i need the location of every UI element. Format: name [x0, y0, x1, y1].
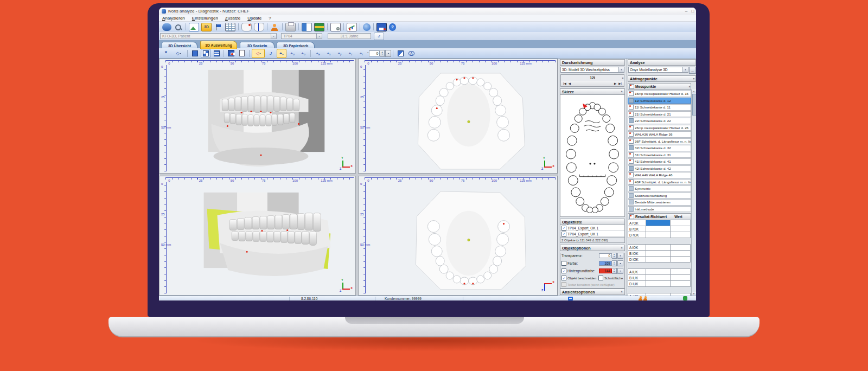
richtwert-cell[interactable] — [646, 280, 671, 287]
status-blue-icon[interactable] — [568, 297, 573, 300]
table-icon[interactable] — [225, 23, 235, 31]
abfragepunkte-header[interactable]: Abfragepunkte « — [628, 75, 696, 82]
rotation-angle-spinner[interactable]: ▲▼ — [380, 50, 385, 57]
checkbox-checked[interactable]: ✓ — [561, 226, 566, 231]
restore-button[interactable]: □ — [690, 8, 696, 14]
add-point-zero-button[interactable]: +o — [288, 49, 297, 58]
wert-cell[interactable] — [670, 280, 691, 287]
first-point-button[interactable]: |◀ — [563, 82, 566, 85]
color-spinner[interactable]: ▲▼ — [612, 260, 617, 266]
split-color-button[interactable] — [395, 49, 405, 58]
richtwert-cell[interactable] — [646, 232, 671, 238]
gender-male-button[interactable]: ♂ — [374, 33, 384, 40]
section-x-button[interactable]: +x — [324, 49, 334, 58]
measure-point-item[interactable]: 21I Schneidekante d. 21 — [628, 111, 691, 118]
patient-icon[interactable] — [270, 23, 279, 31]
section-z-button[interactable]: +z — [346, 49, 355, 58]
single-view-button[interactable] — [190, 49, 200, 58]
checkbox-checked[interactable]: ✓ — [561, 232, 566, 236]
rotation-angle-dropdown[interactable]: ▾ — [385, 50, 391, 57]
background-color-spinner[interactable]: ▲▼ — [612, 268, 617, 274]
menu-analysieren[interactable]: Analysieren — [162, 16, 185, 21]
collapse-icon[interactable]: « — [620, 91, 623, 92]
save-icon[interactable] — [376, 23, 387, 31]
measure-point-item[interactable]: WALA46 WALA Ridge 46 — [628, 172, 691, 178]
chevron-down-icon[interactable]: ▾ — [682, 67, 688, 72]
measure-point-item[interactable]: 22I Schneidekante d. 22 — [628, 118, 691, 124]
perspective-button[interactable]: A — [406, 49, 416, 58]
scrollbar-vertical[interactable]: ▲ ▼ — [691, 89, 696, 296]
scroll-down-icon[interactable]: ▼ — [692, 292, 696, 296]
rotate-3d-button[interactable]: ◇▾ — [172, 49, 185, 58]
rotation-angle-input[interactable]: 0 — [369, 50, 380, 56]
chevron-down-icon[interactable]: ▾ — [316, 34, 322, 39]
collapse-icon[interactable]: « — [691, 78, 694, 79]
measure-point-item[interactable]: WALA36 WALA Ridge 36 — [628, 131, 691, 138]
viewport-frontal[interactable]: 0255075100125 mm 02550 mm — [159, 59, 356, 174]
transparency-input[interactable]: 0 — [599, 253, 612, 258]
menu-zusaetze[interactable]: Zusätze — [225, 16, 240, 21]
chevron-down-icon[interactable]: ▾ — [271, 34, 276, 39]
color-dropdown[interactable]: ▾ — [617, 260, 623, 266]
measure-point-item[interactable]: 36F Schnittpkt. d. Längsfissur m. n. lin… — [628, 138, 691, 145]
select-point-tool-button[interactable]: ◁▾ — [252, 49, 265, 58]
menu-einstellungen[interactable]: Einstellungen — [192, 16, 218, 21]
wert-cell[interactable] — [670, 232, 691, 238]
measure-point-item[interactable]: Inkl.methode — [628, 206, 691, 213]
analyse-more-button[interactable]: ... — [689, 67, 696, 74]
flag-icon[interactable] — [214, 23, 223, 31]
module-3d-icon[interactable]: 3D — [201, 23, 212, 31]
last-point-button[interactable]: ▶| — [618, 82, 622, 85]
patient-database-icon[interactable] — [162, 23, 171, 31]
checkbox-checked[interactable]: ✓ — [561, 268, 566, 273]
object-list-item[interactable]: ✓ TP04_Export_OK 1 — [560, 225, 624, 231]
measure-point-item[interactable]: 32I Schneidekante d. 32 — [628, 145, 691, 151]
spline-tool-button[interactable]: J — [266, 49, 276, 58]
menu-help[interactable]: ? — [269, 16, 271, 21]
measure-point-item[interactable]: 42I Schneidekante d. 42 — [628, 165, 691, 172]
save-view-button[interactable] — [226, 49, 236, 58]
checkbox-unchecked[interactable] — [598, 276, 603, 280]
letter-icon[interactable] — [302, 23, 312, 31]
section-y-button[interactable]: +y — [335, 49, 344, 58]
wert-cell[interactable] — [670, 256, 691, 263]
print-icon[interactable] — [285, 23, 296, 31]
section-plane-button[interactable]: +ø — [313, 49, 323, 58]
measure-point-item[interactable]: 46F Schnittpkt. d. Längsfissur m. n. lin… — [628, 179, 691, 186]
add-point-button[interactable]: ++ — [277, 49, 286, 58]
measure-point-item[interactable]: Symmetrie — [628, 186, 691, 192]
nine-view-button[interactable] — [212, 49, 221, 58]
chevron-down-icon[interactable]: ▾ — [618, 67, 624, 72]
measure-point-item[interactable]: 16mp mesiopalatinaler Höcker d. 16 — [628, 91, 691, 97]
checkbox-unchecked[interactable] — [561, 261, 566, 266]
object-list-item[interactable]: ✓ TP04_Export_UK 1 — [560, 231, 624, 237]
collapse-icon[interactable]: « — [620, 247, 623, 248]
fit-view-button[interactable]: * — [161, 49, 171, 58]
web-icon[interactable] — [363, 23, 371, 31]
scrollbar-thumb[interactable] — [692, 94, 696, 116]
record-combo[interactable]: TP04 ▾ — [281, 33, 322, 39]
analyse-combo[interactable]: Onyx Modellanalyse 3D ▾ — [628, 67, 688, 73]
tooth-axis-icon[interactable] — [254, 23, 264, 31]
quad-view-button[interactable] — [201, 49, 210, 58]
recycle-icon[interactable] — [683, 296, 687, 300]
image-import-icon[interactable] — [189, 23, 199, 31]
transparency-dropdown[interactable]: ▾ — [617, 253, 623, 259]
section-free-button[interactable]: +r — [356, 49, 366, 58]
background-color-dropdown[interactable]: ▾ — [617, 268, 623, 274]
chart-icon[interactable] — [347, 23, 357, 31]
objektliste-header[interactable]: Objektliste — [560, 219, 625, 225]
collapse-icon[interactable]: « — [620, 291, 623, 292]
measure-point-item[interactable]: Stützzonenschätzung — [628, 193, 691, 199]
scroll-up-icon[interactable]: ▲ — [692, 89, 696, 93]
previous-point-button[interactable]: ◀ — [569, 82, 571, 85]
durchzeichnung-header[interactable]: Durchzeichnung — [560, 59, 625, 66]
measure-point-item[interactable]: 11I Schneidekante d. 11 — [628, 104, 691, 111]
viewport-upper-occlusal[interactable]: 0255075100125 mm 02550 mm — [358, 59, 558, 174]
checkbox-checked[interactable]: ✓ — [561, 276, 566, 280]
patient-search-icon[interactable] — [174, 23, 183, 31]
minimize-button[interactable]: – — [683, 8, 690, 14]
measure-point-item[interactable]: 31I Schneidekante d. 31 — [628, 152, 691, 158]
color-input[interactable]: 169 — [599, 261, 612, 266]
spinner-down-icon[interactable]: ▼ — [381, 53, 383, 55]
